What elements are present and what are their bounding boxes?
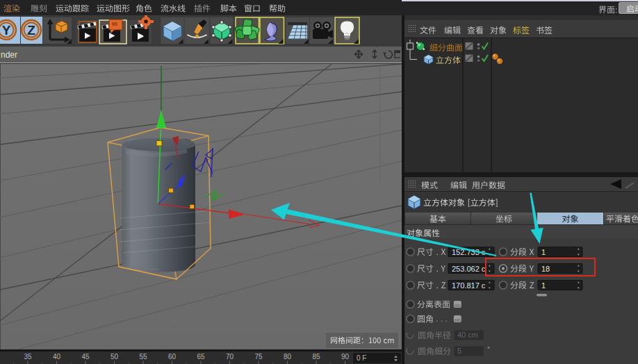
svg-text:170.817 c: 170.817 c: [452, 281, 486, 290]
svg-text:75: 75: [254, 353, 263, 361]
svg-text:1: 1: [541, 281, 546, 290]
svg-text:70: 70: [226, 353, 234, 361]
svg-text:65: 65: [197, 353, 205, 361]
svg-text:Z: Z: [27, 23, 35, 38]
svg-text:85: 85: [312, 353, 320, 361]
svg-text:Y: Y: [2, 23, 11, 38]
svg-text:253.062 c: 253.062 c: [452, 265, 486, 273]
svg-text:5: 5: [457, 347, 461, 355]
svg-text:1: 1: [541, 248, 546, 256]
svg-text:60: 60: [168, 353, 177, 361]
svg-text:152.733 c: 152.733 c: [452, 248, 486, 256]
svg-text:80: 80: [284, 353, 292, 361]
svg-text:45: 45: [81, 353, 90, 361]
svg-text:. . .: . . .: [436, 314, 448, 324]
svg-text:35: 35: [24, 353, 32, 361]
svg-text:40 cm: 40 cm: [457, 331, 478, 339]
svg-text:50: 50: [111, 353, 119, 361]
svg-text:90: 90: [341, 353, 350, 361]
svg-text:55: 55: [139, 353, 147, 361]
svg-text:40: 40: [53, 353, 61, 361]
